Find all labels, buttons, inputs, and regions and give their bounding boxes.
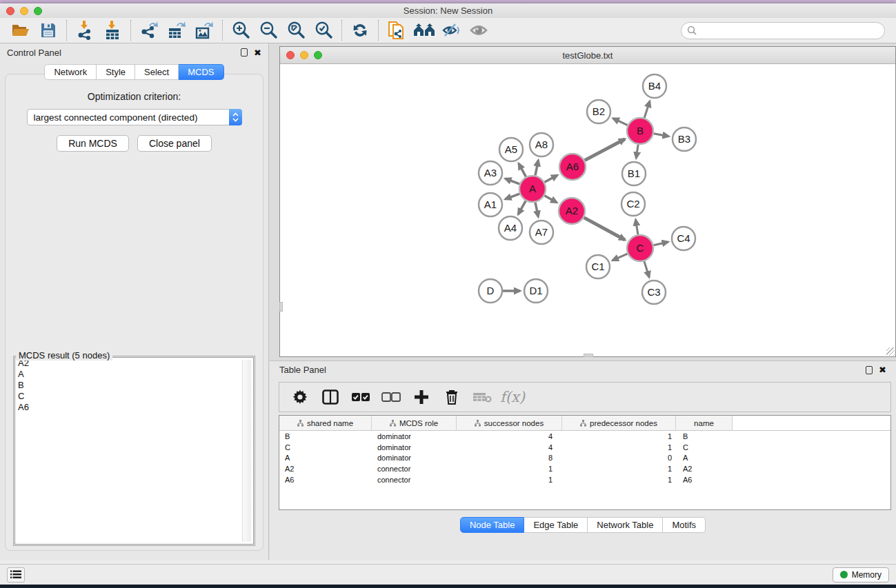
node-D1[interactable]: D1 <box>524 279 548 303</box>
search-input[interactable] <box>681 22 885 39</box>
tab-select[interactable]: Select <box>135 64 179 80</box>
close-table-panel-icon[interactable]: ✖ <box>879 365 886 374</box>
edge-B-B2[interactable] <box>613 119 628 125</box>
horizontal-scroll-thumb[interactable] <box>584 354 593 357</box>
edge-A6-B[interactable] <box>585 139 625 161</box>
table-row[interactable]: Bdominator41B <box>279 431 890 442</box>
tab-style[interactable]: Style <box>97 64 135 80</box>
mcds-result-list[interactable]: A2ABCA6 <box>14 357 254 545</box>
node-A5[interactable]: A5 <box>499 138 523 161</box>
column-header-shared-name[interactable]: shared name <box>279 416 372 430</box>
split-columns-icon[interactable] <box>315 385 346 409</box>
node-A1[interactable]: A1 <box>479 193 502 216</box>
add-column-icon[interactable] <box>406 385 437 409</box>
vertical-scroll-thumb[interactable] <box>279 302 283 312</box>
edge-A2-C[interactable] <box>584 218 625 240</box>
result-item[interactable]: B <box>15 380 253 391</box>
edge-A-A4[interactable] <box>518 201 526 214</box>
column-header-name[interactable]: name <box>676 416 733 430</box>
tab-node-table[interactable]: Node Table <box>460 517 525 533</box>
export-image-icon[interactable] <box>190 19 218 41</box>
edge-C-C4[interactable] <box>654 242 668 245</box>
first-neighbors-icon[interactable] <box>410 19 438 41</box>
float-panel-icon[interactable] <box>241 48 248 57</box>
node-B4[interactable]: B4 <box>643 74 666 98</box>
node-A3[interactable]: A3 <box>479 161 502 185</box>
edge-A-A3[interactable] <box>506 179 520 184</box>
node-C3[interactable]: C3 <box>642 281 666 304</box>
network-graph[interactable]: AA1A2A3A4A5A6A7A8BB1B2B3B4CC1C2C3C4DD1 <box>280 64 895 357</box>
node-C2[interactable]: C2 <box>621 192 645 216</box>
node-A7[interactable]: A7 <box>530 221 553 244</box>
export-table-icon[interactable] <box>163 19 190 41</box>
resize-grip-icon[interactable] <box>886 347 895 356</box>
edge-A-A6[interactable] <box>545 175 558 182</box>
node-B[interactable]: B <box>627 118 653 144</box>
node-B2[interactable]: B2 <box>587 100 610 123</box>
zoom-out-icon[interactable] <box>255 19 282 41</box>
node-A4[interactable]: A4 <box>499 216 522 240</box>
node-D[interactable]: D <box>479 279 502 303</box>
node-A2[interactable]: A2 <box>559 198 585 224</box>
tab-mcds[interactable]: MCDS <box>179 64 223 80</box>
edge-A-A1[interactable] <box>506 194 520 199</box>
edge-A-A5[interactable] <box>519 163 526 176</box>
edge-B-B3[interactable] <box>654 134 669 136</box>
close-panel-button[interactable]: Close panel <box>137 135 212 152</box>
gear-icon[interactable] <box>285 385 315 409</box>
export-network-icon[interactable] <box>135 19 163 41</box>
column-header-predecessor-nodes[interactable]: predecessor nodes <box>562 416 676 430</box>
hide-selected-icon[interactable] <box>438 19 466 41</box>
tab-network[interactable]: Network <box>44 64 97 80</box>
node-A6[interactable]: A6 <box>559 154 586 180</box>
float-table-panel-icon[interactable] <box>866 366 873 374</box>
select-all-checks-icon[interactable] <box>346 385 376 409</box>
save-session-icon[interactable] <box>34 19 62 41</box>
memory-button[interactable]: Memory <box>833 567 889 582</box>
edge-C-C3[interactable] <box>644 261 649 277</box>
clear-checks-icon[interactable] <box>376 385 406 409</box>
show-all-icon[interactable] <box>466 19 493 41</box>
column-header-MCDS-role[interactable]: MCDS role <box>372 416 457 430</box>
close-panel-icon[interactable]: ✖ <box>254 48 261 57</box>
delete-table-icon[interactable] <box>467 385 497 409</box>
table-row[interactable]: A6connector11A6 <box>279 474 890 485</box>
tab-edge-table[interactable]: Edge Table <box>524 517 588 533</box>
window-titlebar[interactable]: Session: New Session <box>0 3 896 18</box>
function-builder-icon[interactable]: f(x) <box>497 385 528 409</box>
result-item[interactable]: A6 <box>15 402 253 413</box>
node-C4[interactable]: C4 <box>672 227 695 250</box>
zoom-selected-icon[interactable] <box>310 19 337 41</box>
node-A[interactable]: A <box>519 176 546 202</box>
result-item[interactable]: C <box>15 391 253 402</box>
network-canvas[interactable]: AA1A2A3A4A5A6A7A8BB1B2B3B4CC1C2C3C4DD1 <box>280 64 895 356</box>
edge-A-A2[interactable] <box>544 196 557 203</box>
node-B3[interactable]: B3 <box>673 128 696 151</box>
table-row[interactable]: Cdominator41C <box>279 442 890 453</box>
delete-column-icon[interactable] <box>437 385 467 409</box>
network-window-titlebar[interactable]: testGlobe.txt <box>280 47 895 64</box>
node-C[interactable]: C <box>627 235 653 261</box>
criterion-dropdown[interactable]: largest connected component (directed) <box>27 109 242 125</box>
node-A8[interactable]: A8 <box>530 133 553 156</box>
node-C1[interactable]: C1 <box>586 255 610 278</box>
edge-B-B4[interactable] <box>644 101 650 118</box>
table-row[interactable]: Adominator80A <box>279 453 890 464</box>
edge-C-C2[interactable] <box>636 220 638 235</box>
edge-A-A8[interactable] <box>535 161 538 176</box>
node-table[interactable]: shared nameMCDS rolesuccessor nodesprede… <box>279 415 891 510</box>
clone-network-icon[interactable] <box>383 19 410 41</box>
task-history-button[interactable] <box>7 567 25 582</box>
edge-B-B1[interactable] <box>636 145 638 158</box>
result-item[interactable]: A <box>15 369 253 380</box>
open-file-icon[interactable] <box>7 19 34 41</box>
zoom-fit-icon[interactable] <box>282 19 310 41</box>
run-mcds-button[interactable]: Run MCDS <box>57 135 129 152</box>
edge-C-C1[interactable] <box>613 254 628 261</box>
tab-network-table[interactable]: Network Table <box>588 517 663 533</box>
zoom-in-icon[interactable] <box>227 19 255 41</box>
tab-motifs[interactable]: Motifs <box>663 517 706 533</box>
column-header-successor-nodes[interactable]: successor nodes <box>457 416 562 430</box>
import-network-icon[interactable] <box>71 19 99 41</box>
node-B1[interactable]: B1 <box>622 162 646 185</box>
